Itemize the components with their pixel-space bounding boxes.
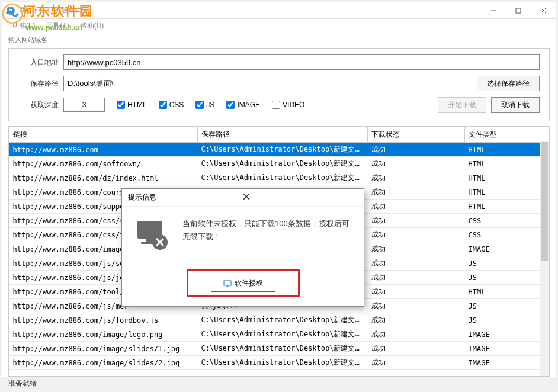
authorize-button[interactable]: 软件授权 xyxy=(211,275,275,292)
dialog-button-highlight: 软件授权 xyxy=(187,269,300,297)
monitor-icon xyxy=(223,280,232,287)
monitor-error-icon xyxy=(134,217,172,255)
svg-rect-14 xyxy=(224,281,231,285)
close-icon xyxy=(243,193,250,200)
dialog-overlay: 提示信息 当前软件未授权，只能下载100条数据；授权后可无限下载！ 软件授权 xyxy=(0,0,558,392)
dialog-title: 提示信息 xyxy=(128,192,239,203)
dialog-close-button[interactable] xyxy=(239,192,358,203)
dialog-message: 当前软件未授权，只能下载100条数据；授权后可无限下载！ xyxy=(182,217,352,255)
auth-dialog: 提示信息 当前软件未授权，只能下载100条数据；授权后可无限下载！ 软件授权 xyxy=(121,188,364,307)
